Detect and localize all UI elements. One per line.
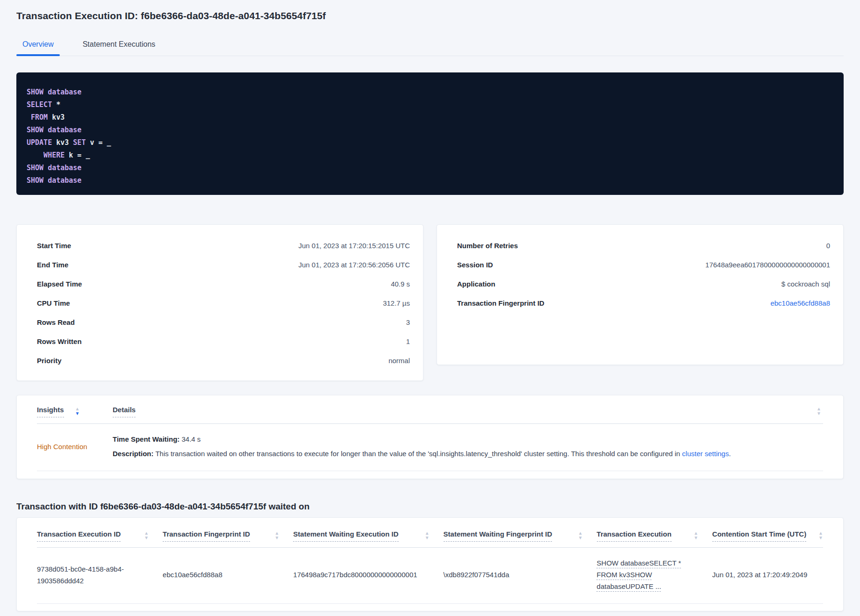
stat-row: Rows Read 3 — [37, 313, 410, 332]
sql-text: k = _ — [64, 151, 90, 159]
rows-read-label: Rows Read — [37, 318, 75, 326]
retries-value: 0 — [826, 242, 830, 250]
col-transaction-fingerprint-id[interactable]: Transaction Fingerprint ID — [163, 530, 250, 542]
sql-text: * — [52, 100, 60, 109]
cell-statement-waiting-execution-id: 176498a9c717bdc80000000000000001 — [293, 569, 417, 580]
stat-row: Transaction Fingerprint ID ebc10ae56cfd8… — [457, 294, 830, 313]
description-suffix: . — [729, 450, 731, 458]
sql-line: UPDATE kv3 SET v = _ — [27, 136, 831, 149]
sort-icon: ▲▼ — [694, 531, 698, 540]
sort-icon: ▲▼ — [578, 531, 583, 540]
retries-label: Number of Retries — [457, 242, 518, 250]
sql-text: kv3 — [48, 113, 64, 122]
application-value: $ cockroach sql — [781, 280, 830, 288]
start-time-label: Start Time — [37, 242, 71, 250]
stat-row: CPU Time 312.7 µs — [37, 294, 410, 313]
end-time-label: End Time — [37, 261, 68, 269]
session-id-value: 17648a9eea6017800000000000000001 — [705, 261, 830, 269]
sort-icon: ▲ ▼ — [75, 407, 80, 415]
table-row: 9738d051-bc0e-4158-a9b4-1903586ddd42 ebc… — [37, 548, 823, 604]
sql-keyword: SHOW — [27, 88, 43, 96]
cell-transaction-execution-id: 9738d051-bc0e-4158-a9b4-1903586ddd42 — [37, 563, 163, 587]
sql-line: SHOW database — [27, 162, 831, 174]
time-spent-waiting-label: Time Spent Waiting: — [113, 435, 179, 443]
insights-table-card: Insights ▲ ▼ Details ▲ ▼ High Contention… — [16, 395, 844, 479]
insight-row: High Contention Time Spent Waiting: 34.4… — [37, 424, 823, 471]
rows-written-value: 1 — [406, 337, 410, 345]
cell-contention-start-time: Jun 01, 2023 at 17:20:49:2049 — [712, 569, 808, 580]
transaction-execution-link[interactable]: SHOW databaseSELECT * FROM kv3SHOW datab… — [597, 557, 712, 592]
waited-on-heading: Transaction with ID f6be6366-da03-48de-a… — [16, 501, 844, 512]
sort-icon: ▲▼ — [425, 531, 430, 540]
stat-row: Elapsed Time 40.9 s — [37, 274, 410, 294]
sql-keyword: SHOW — [27, 164, 43, 172]
details-column-header[interactable]: Details — [113, 406, 136, 417]
transaction-fingerprint-label: Transaction Fingerprint ID — [457, 299, 545, 307]
sort-icon: ▲▼ — [274, 531, 279, 540]
stat-row: Session ID 17648a9eea6017800000000000000… — [457, 255, 830, 274]
session-stats-card: Number of Retries 0 Session ID 17648a9ee… — [437, 224, 844, 365]
stat-row: Number of Retries 0 — [457, 236, 830, 255]
description-label: Description: — [113, 450, 154, 458]
end-time-value: Jun 01, 2023 at 17:20:56:2056 UTC — [298, 261, 410, 269]
sql-text: v = _ — [86, 138, 111, 147]
sql-line: SHOW database — [27, 124, 831, 136]
cell-transaction-fingerprint-id: ebc10ae56cfd88a8 — [163, 569, 222, 580]
transaction-fingerprint-link[interactable]: ebc10ae56cfd88a8 — [770, 299, 830, 307]
sql-keyword: database — [43, 164, 81, 172]
elapsed-time-value: 40.9 s — [391, 280, 410, 288]
rows-read-value: 3 — [406, 318, 410, 326]
cell-statement-waiting-fingerprint-id: \xdb8922f077541dda — [444, 569, 509, 580]
stat-row: Rows Written 1 — [37, 332, 410, 351]
priority-label: Priority — [37, 357, 62, 365]
time-spent-waiting-value: 34.4 s — [179, 435, 201, 443]
col-contention-start-time[interactable]: Contention Start Time (UTC) — [712, 530, 806, 542]
insights-table-header: Insights ▲ ▼ Details ▲ ▼ — [37, 406, 823, 424]
col-statement-waiting-execution-id[interactable]: Statement Waiting Execution ID — [293, 530, 398, 542]
stat-row: Application $ cockroach sql — [457, 274, 830, 294]
insight-type-badge: High Contention — [37, 443, 113, 451]
stat-row: End Time Jun 01, 2023 at 17:20:56:2056 U… — [37, 255, 410, 274]
sql-text: kv3 — [52, 138, 73, 147]
waited-on-table-header: Transaction Execution ID ▲▼ Transaction … — [37, 530, 823, 548]
sort-icon: ▲ ▼ — [817, 407, 821, 415]
sql-keyword: SET — [73, 138, 86, 147]
page-title: Transaction Execution ID: f6be6366-da03-… — [16, 10, 844, 21]
waited-on-table-card: Transaction Execution ID ▲▼ Transaction … — [16, 517, 844, 611]
cpu-time-value: 312.7 µs — [383, 299, 410, 307]
transaction-details-page: Transaction Execution ID: f6be6366-da03-… — [0, 0, 860, 611]
application-label: Application — [457, 280, 495, 288]
sql-keyword: database — [43, 126, 81, 134]
sql-line: SELECT * — [27, 99, 831, 111]
elapsed-time-label: Elapsed Time — [37, 280, 82, 288]
insight-details: Time Spent Waiting: 34.4 s Description: … — [113, 434, 823, 458]
timing-stats-card: Start Time Jun 01, 2023 at 17:20:15:2015… — [16, 224, 423, 381]
sql-statements: SHOW databaseSELECT * FROM kv3SHOW datab… — [16, 72, 844, 195]
session-id-label: Session ID — [457, 261, 493, 269]
rows-written-label: Rows Written — [37, 337, 82, 345]
sql-keyword: database — [43, 88, 81, 96]
sql-line: SHOW database — [27, 174, 831, 187]
tab-statement-executions[interactable]: Statement Executions — [77, 36, 162, 56]
sql-keyword: SELECT — [27, 100, 52, 109]
sql-line: FROM kv3 — [27, 111, 831, 124]
stat-row: Start Time Jun 01, 2023 at 17:20:15:2015… — [37, 236, 410, 255]
col-transaction-execution[interactable]: Transaction Execution — [597, 530, 672, 542]
stat-row: Priority normal — [37, 351, 410, 370]
insights-column-header[interactable]: Insights — [37, 406, 64, 417]
sort-icon: ▲▼ — [144, 531, 149, 540]
tab-bar: Overview Statement Executions — [16, 36, 844, 56]
col-transaction-execution-id[interactable]: Transaction Execution ID — [37, 530, 121, 542]
sql-line: SHOW database — [27, 86, 831, 99]
col-statement-waiting-fingerprint-id[interactable]: Statement Waiting Fingerprint ID — [444, 530, 552, 542]
description-text: This transaction waited on other transac… — [154, 450, 682, 458]
start-time-value: Jun 01, 2023 at 17:20:15:2015 UTC — [298, 242, 410, 250]
priority-value: normal — [388, 357, 410, 365]
sql-keyword: WHERE — [27, 151, 64, 159]
cluster-settings-link[interactable]: cluster settings — [682, 450, 729, 458]
sql-keyword: SHOW — [27, 126, 43, 134]
stat-cards: Start Time Jun 01, 2023 at 17:20:15:2015… — [16, 224, 844, 381]
sql-keyword: database — [43, 176, 81, 185]
cpu-time-label: CPU Time — [37, 299, 70, 307]
tab-overview[interactable]: Overview — [16, 36, 60, 56]
